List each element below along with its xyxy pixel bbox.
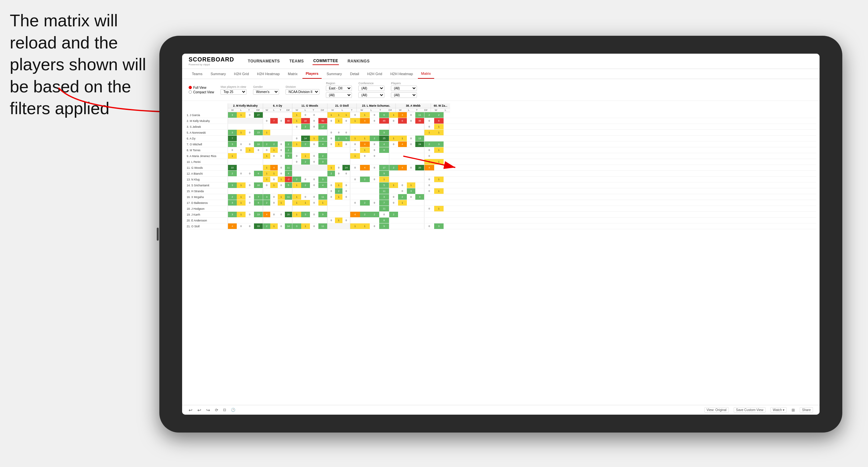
tab-h2h-grid-2[interactable]: H2H Grid bbox=[364, 69, 385, 79]
cell: 2 bbox=[301, 124, 310, 129]
full-view-radio[interactable] bbox=[189, 86, 192, 89]
conference-select[interactable]: (All) bbox=[359, 86, 384, 91]
cell bbox=[398, 218, 407, 223]
compact-view-option[interactable]: Compact View bbox=[189, 90, 214, 94]
save-custom-btn[interactable]: Save Custom View bbox=[734, 407, 766, 413]
cell bbox=[389, 206, 398, 211]
compact-view-radio[interactable] bbox=[189, 90, 192, 94]
cell: 1 bbox=[335, 182, 342, 188]
cell bbox=[379, 159, 389, 164]
col-sub-4: WLTDif bbox=[357, 108, 396, 112]
tab-summary-2[interactable]: Summary bbox=[323, 69, 345, 79]
cell: 1 bbox=[292, 112, 301, 118]
tab-h2h-heatmap-2[interactable]: H2H Heatmap bbox=[387, 69, 416, 79]
row-label: 2. M Kelly Mulcahy bbox=[185, 119, 228, 123]
cell: 0 bbox=[246, 223, 254, 229]
full-view-option[interactable]: Full View bbox=[189, 86, 214, 89]
cell bbox=[270, 159, 277, 164]
undo-btn[interactable]: ↩ bbox=[189, 407, 192, 413]
watch-btn[interactable]: Watch ▾ bbox=[770, 407, 787, 413]
matrix-content[interactable]: 2. M Kelly Mulcahy WLTDif 6. A Dy WLTDif… bbox=[182, 101, 819, 405]
nav-committee[interactable]: COMMITTEE bbox=[313, 57, 339, 65]
refresh-btn[interactable]: ⟳ bbox=[215, 408, 218, 412]
cell bbox=[370, 171, 379, 176]
cell: 1 bbox=[310, 135, 319, 141]
share-btn[interactable]: Share bbox=[800, 407, 813, 413]
cell-group: 1 bbox=[263, 130, 292, 135]
cell bbox=[425, 171, 434, 176]
cell-group bbox=[389, 159, 424, 164]
cell-group bbox=[350, 124, 389, 129]
cell-group bbox=[389, 171, 424, 176]
tab-summary-1[interactable]: Summary bbox=[207, 69, 229, 79]
cell bbox=[379, 153, 389, 159]
grid-btn[interactable]: ⊞ bbox=[792, 408, 795, 412]
zoom-fit[interactable]: ⊡ bbox=[223, 408, 226, 412]
players-select[interactable]: (All) bbox=[391, 86, 417, 91]
cell: 1 bbox=[237, 112, 246, 118]
max-players-select[interactable]: Top 25 bbox=[220, 89, 247, 95]
nav-teams[interactable]: TEAMS bbox=[289, 58, 305, 65]
cell bbox=[407, 200, 415, 206]
tab-teams[interactable]: Teams bbox=[189, 69, 206, 79]
cell bbox=[389, 124, 398, 129]
cell-group: 0203 bbox=[292, 159, 327, 164]
cell: 1 bbox=[434, 177, 444, 182]
clock-btn[interactable]: 🕐 bbox=[231, 408, 236, 412]
cell: 0 bbox=[342, 142, 350, 147]
view-original-btn[interactable]: View: Original bbox=[705, 407, 729, 413]
region-all-select[interactable]: (All) bbox=[326, 92, 352, 98]
tab-h2h-heatmap-1[interactable]: H2H Heatmap bbox=[254, 69, 283, 79]
cell: 0 bbox=[425, 177, 434, 182]
cell: 0 bbox=[310, 118, 319, 124]
nav-rankings[interactable]: RANKINGS bbox=[347, 58, 370, 65]
redo-btn[interactable]: ↪ bbox=[206, 407, 210, 413]
cell bbox=[278, 112, 285, 118]
cell: 0 bbox=[310, 177, 319, 182]
cell: 7 bbox=[228, 135, 237, 141]
cell bbox=[350, 182, 360, 188]
logo-subtitle: Powered by clippd bbox=[189, 63, 234, 66]
cell-group: 1101 bbox=[292, 200, 327, 206]
cell: 1 bbox=[228, 153, 237, 159]
tab-matrix-active[interactable]: Matrix bbox=[418, 69, 434, 79]
cell bbox=[398, 159, 407, 164]
division-select[interactable]: NCAA Division II bbox=[285, 89, 319, 95]
cell bbox=[285, 112, 292, 118]
tab-h2h-grid-1[interactable]: H2H Grid bbox=[230, 69, 252, 79]
cell-group bbox=[327, 177, 350, 182]
cell-group: 31015 bbox=[228, 130, 263, 135]
region-select[interactable]: East - DII bbox=[326, 86, 352, 91]
cell: 11 bbox=[285, 194, 292, 200]
cell-group: 40033 bbox=[228, 223, 263, 229]
cell-group bbox=[292, 171, 327, 176]
cell: 2 bbox=[292, 177, 301, 182]
cell bbox=[254, 177, 263, 182]
tab-matrix-1[interactable]: Matrix bbox=[285, 69, 301, 79]
nav-tournaments[interactable]: TOURNAMENTS bbox=[247, 58, 281, 65]
cell bbox=[301, 165, 310, 170]
cell bbox=[425, 212, 434, 217]
tab-detail[interactable]: Detail bbox=[347, 69, 362, 79]
cell: 1 bbox=[434, 188, 444, 194]
cell-group: 1204 bbox=[292, 182, 327, 188]
cell bbox=[415, 130, 424, 135]
cell bbox=[415, 206, 424, 211]
gender-select[interactable]: Women's bbox=[253, 89, 279, 95]
table-row: 20. E Andersson0108 bbox=[185, 218, 816, 223]
cell-group bbox=[228, 218, 263, 223]
cell-group: 1014 bbox=[327, 165, 350, 170]
conference-all-select[interactable]: (All) bbox=[359, 92, 384, 98]
cell: 0 bbox=[425, 223, 434, 229]
cell-group: 0 bbox=[424, 182, 443, 188]
cell: 3 bbox=[318, 177, 327, 182]
cell-group: 01414 bbox=[292, 135, 327, 141]
bottom-toolbar: ↩ ↩ ↪ ⟳ ⊡ 🕐 View: Original Save Custom V… bbox=[182, 405, 819, 415]
tab-players[interactable]: Players bbox=[303, 69, 322, 79]
cell: 0 bbox=[370, 118, 379, 124]
cell: 0 bbox=[328, 188, 335, 194]
cell: 6 bbox=[398, 118, 407, 124]
cell-group: 7 bbox=[228, 135, 263, 141]
undo-btn-2[interactable]: ↩ bbox=[197, 407, 201, 413]
players-all-select[interactable]: (All) bbox=[391, 92, 417, 98]
